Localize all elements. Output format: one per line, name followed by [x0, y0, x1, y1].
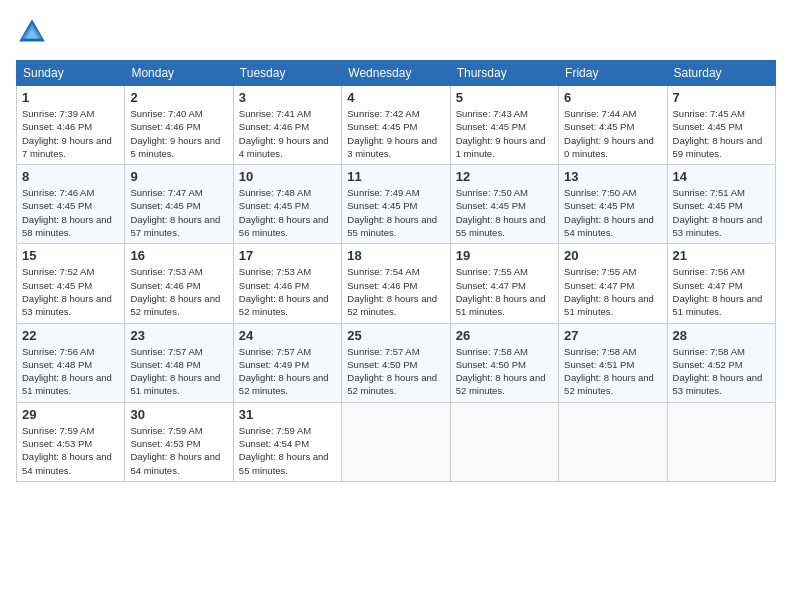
day-info: Sunrise: 7:56 AMSunset: 4:47 PMDaylight:…	[673, 266, 763, 317]
day-info: Sunrise: 7:41 AMSunset: 4:46 PMDaylight:…	[239, 108, 329, 159]
day-info: Sunrise: 7:57 AMSunset: 4:50 PMDaylight:…	[347, 346, 437, 397]
calendar-cell	[450, 402, 558, 481]
calendar-cell: 20 Sunrise: 7:55 AMSunset: 4:47 PMDaylig…	[559, 244, 667, 323]
day-info: Sunrise: 7:59 AMSunset: 4:54 PMDaylight:…	[239, 425, 329, 476]
logo	[16, 16, 52, 48]
calendar-cell: 10 Sunrise: 7:48 AMSunset: 4:45 PMDaylig…	[233, 165, 341, 244]
day-number: 13	[564, 169, 661, 184]
day-info: Sunrise: 7:55 AMSunset: 4:47 PMDaylight:…	[564, 266, 654, 317]
calendar-cell	[342, 402, 450, 481]
day-number: 4	[347, 90, 444, 105]
calendar-header-sunday: Sunday	[17, 61, 125, 86]
day-info: Sunrise: 7:43 AMSunset: 4:45 PMDaylight:…	[456, 108, 546, 159]
logo-icon	[16, 16, 48, 48]
calendar-header-monday: Monday	[125, 61, 233, 86]
calendar-cell: 30 Sunrise: 7:59 AMSunset: 4:53 PMDaylig…	[125, 402, 233, 481]
day-number: 3	[239, 90, 336, 105]
calendar-week-1: 1 Sunrise: 7:39 AMSunset: 4:46 PMDayligh…	[17, 86, 776, 165]
calendar-cell: 18 Sunrise: 7:54 AMSunset: 4:46 PMDaylig…	[342, 244, 450, 323]
calendar-header-tuesday: Tuesday	[233, 61, 341, 86]
calendar-cell: 3 Sunrise: 7:41 AMSunset: 4:46 PMDayligh…	[233, 86, 341, 165]
calendar-cell: 12 Sunrise: 7:50 AMSunset: 4:45 PMDaylig…	[450, 165, 558, 244]
day-info: Sunrise: 7:59 AMSunset: 4:53 PMDaylight:…	[130, 425, 220, 476]
day-info: Sunrise: 7:42 AMSunset: 4:45 PMDaylight:…	[347, 108, 437, 159]
day-number: 31	[239, 407, 336, 422]
calendar-cell: 16 Sunrise: 7:53 AMSunset: 4:46 PMDaylig…	[125, 244, 233, 323]
day-info: Sunrise: 7:57 AMSunset: 4:49 PMDaylight:…	[239, 346, 329, 397]
calendar-cell: 11 Sunrise: 7:49 AMSunset: 4:45 PMDaylig…	[342, 165, 450, 244]
day-info: Sunrise: 7:56 AMSunset: 4:48 PMDaylight:…	[22, 346, 112, 397]
day-number: 6	[564, 90, 661, 105]
day-info: Sunrise: 7:44 AMSunset: 4:45 PMDaylight:…	[564, 108, 654, 159]
calendar-cell: 9 Sunrise: 7:47 AMSunset: 4:45 PMDayligh…	[125, 165, 233, 244]
day-number: 8	[22, 169, 119, 184]
calendar-week-4: 22 Sunrise: 7:56 AMSunset: 4:48 PMDaylig…	[17, 323, 776, 402]
calendar-header-thursday: Thursday	[450, 61, 558, 86]
day-number: 29	[22, 407, 119, 422]
calendar-cell: 2 Sunrise: 7:40 AMSunset: 4:46 PMDayligh…	[125, 86, 233, 165]
day-info: Sunrise: 7:49 AMSunset: 4:45 PMDaylight:…	[347, 187, 437, 238]
day-number: 27	[564, 328, 661, 343]
day-number: 25	[347, 328, 444, 343]
day-number: 30	[130, 407, 227, 422]
day-info: Sunrise: 7:48 AMSunset: 4:45 PMDaylight:…	[239, 187, 329, 238]
day-info: Sunrise: 7:53 AMSunset: 4:46 PMDaylight:…	[239, 266, 329, 317]
day-number: 14	[673, 169, 770, 184]
day-number: 5	[456, 90, 553, 105]
day-number: 17	[239, 248, 336, 263]
day-info: Sunrise: 7:52 AMSunset: 4:45 PMDaylight:…	[22, 266, 112, 317]
calendar-cell: 14 Sunrise: 7:51 AMSunset: 4:45 PMDaylig…	[667, 165, 775, 244]
day-number: 24	[239, 328, 336, 343]
calendar-cell: 31 Sunrise: 7:59 AMSunset: 4:54 PMDaylig…	[233, 402, 341, 481]
calendar-cell: 22 Sunrise: 7:56 AMSunset: 4:48 PMDaylig…	[17, 323, 125, 402]
day-info: Sunrise: 7:59 AMSunset: 4:53 PMDaylight:…	[22, 425, 112, 476]
calendar-cell: 7 Sunrise: 7:45 AMSunset: 4:45 PMDayligh…	[667, 86, 775, 165]
day-info: Sunrise: 7:50 AMSunset: 4:45 PMDaylight:…	[456, 187, 546, 238]
day-number: 12	[456, 169, 553, 184]
calendar-cell: 15 Sunrise: 7:52 AMSunset: 4:45 PMDaylig…	[17, 244, 125, 323]
calendar-cell	[559, 402, 667, 481]
day-info: Sunrise: 7:58 AMSunset: 4:52 PMDaylight:…	[673, 346, 763, 397]
calendar-cell: 24 Sunrise: 7:57 AMSunset: 4:49 PMDaylig…	[233, 323, 341, 402]
day-number: 10	[239, 169, 336, 184]
calendar-cell: 29 Sunrise: 7:59 AMSunset: 4:53 PMDaylig…	[17, 402, 125, 481]
calendar: SundayMondayTuesdayWednesdayThursdayFrid…	[16, 60, 776, 482]
day-info: Sunrise: 7:46 AMSunset: 4:45 PMDaylight:…	[22, 187, 112, 238]
calendar-cell	[667, 402, 775, 481]
day-number: 9	[130, 169, 227, 184]
calendar-cell: 25 Sunrise: 7:57 AMSunset: 4:50 PMDaylig…	[342, 323, 450, 402]
day-number: 2	[130, 90, 227, 105]
day-info: Sunrise: 7:54 AMSunset: 4:46 PMDaylight:…	[347, 266, 437, 317]
day-info: Sunrise: 7:58 AMSunset: 4:50 PMDaylight:…	[456, 346, 546, 397]
day-number: 22	[22, 328, 119, 343]
day-number: 18	[347, 248, 444, 263]
day-info: Sunrise: 7:47 AMSunset: 4:45 PMDaylight:…	[130, 187, 220, 238]
calendar-header-wednesday: Wednesday	[342, 61, 450, 86]
day-number: 20	[564, 248, 661, 263]
day-info: Sunrise: 7:39 AMSunset: 4:46 PMDaylight:…	[22, 108, 112, 159]
day-info: Sunrise: 7:40 AMSunset: 4:46 PMDaylight:…	[130, 108, 220, 159]
calendar-cell: 1 Sunrise: 7:39 AMSunset: 4:46 PMDayligh…	[17, 86, 125, 165]
calendar-week-3: 15 Sunrise: 7:52 AMSunset: 4:45 PMDaylig…	[17, 244, 776, 323]
calendar-cell: 21 Sunrise: 7:56 AMSunset: 4:47 PMDaylig…	[667, 244, 775, 323]
calendar-cell: 8 Sunrise: 7:46 AMSunset: 4:45 PMDayligh…	[17, 165, 125, 244]
day-number: 21	[673, 248, 770, 263]
calendar-cell: 5 Sunrise: 7:43 AMSunset: 4:45 PMDayligh…	[450, 86, 558, 165]
calendar-header-row: SundayMondayTuesdayWednesdayThursdayFrid…	[17, 61, 776, 86]
day-number: 26	[456, 328, 553, 343]
day-number: 16	[130, 248, 227, 263]
day-number: 28	[673, 328, 770, 343]
calendar-cell: 4 Sunrise: 7:42 AMSunset: 4:45 PMDayligh…	[342, 86, 450, 165]
calendar-week-2: 8 Sunrise: 7:46 AMSunset: 4:45 PMDayligh…	[17, 165, 776, 244]
calendar-week-5: 29 Sunrise: 7:59 AMSunset: 4:53 PMDaylig…	[17, 402, 776, 481]
calendar-cell: 28 Sunrise: 7:58 AMSunset: 4:52 PMDaylig…	[667, 323, 775, 402]
calendar-header-saturday: Saturday	[667, 61, 775, 86]
calendar-cell: 13 Sunrise: 7:50 AMSunset: 4:45 PMDaylig…	[559, 165, 667, 244]
calendar-cell: 6 Sunrise: 7:44 AMSunset: 4:45 PMDayligh…	[559, 86, 667, 165]
day-number: 19	[456, 248, 553, 263]
day-info: Sunrise: 7:55 AMSunset: 4:47 PMDaylight:…	[456, 266, 546, 317]
calendar-cell: 19 Sunrise: 7:55 AMSunset: 4:47 PMDaylig…	[450, 244, 558, 323]
calendar-cell: 17 Sunrise: 7:53 AMSunset: 4:46 PMDaylig…	[233, 244, 341, 323]
calendar-cell: 26 Sunrise: 7:58 AMSunset: 4:50 PMDaylig…	[450, 323, 558, 402]
page: SundayMondayTuesdayWednesdayThursdayFrid…	[0, 0, 792, 612]
